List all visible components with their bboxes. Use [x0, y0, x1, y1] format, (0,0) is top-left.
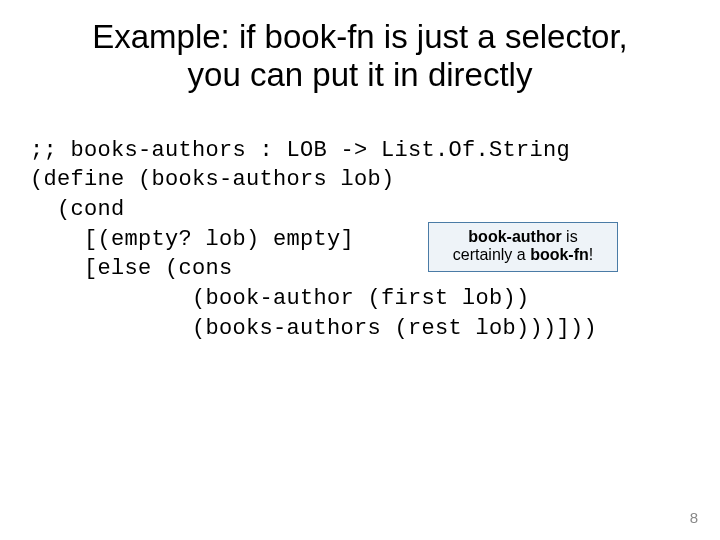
callout-strong-2: book-fn	[530, 246, 589, 263]
code-line-2: (define (books-authors lob)	[30, 167, 395, 192]
slide-title: Example: if book-fn is just a selector, …	[0, 0, 720, 100]
callout-mid: is	[562, 228, 578, 245]
title-line-1: Example: if book-fn is just a selector,	[92, 18, 628, 55]
code-line-7: (books-authors (rest lob)))]))	[30, 316, 597, 341]
code-line-4: [(empty? lob) empty]	[30, 227, 354, 252]
callout-tail: !	[589, 246, 593, 263]
callout-strong-1: book-author	[468, 228, 561, 245]
code-line-6: (book-author (first lob))	[30, 286, 530, 311]
slide: Example: if book-fn is just a selector, …	[0, 0, 720, 540]
code-line-5: [else (cons	[30, 256, 233, 281]
page-number: 8	[690, 509, 698, 526]
callout-line2a: certainly a	[453, 246, 530, 263]
title-line-2: you can put it in directly	[188, 56, 533, 93]
code-line-1: ;; books-authors : LOB -> List.Of.String	[30, 138, 570, 163]
callout-box: book-author is certainly a book-fn!	[428, 222, 618, 272]
code-line-3: (cond	[30, 197, 125, 222]
